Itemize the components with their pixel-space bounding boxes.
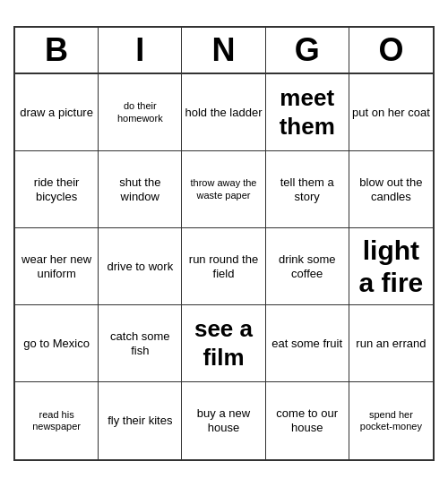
bingo-cell-13: drink some coffee — [266, 228, 349, 305]
bingo-cell-text-24: spend her pocket-money — [352, 409, 430, 432]
bingo-cell-24: spend her pocket-money — [349, 382, 433, 459]
bingo-cell-20: read his newspaper — [15, 382, 99, 459]
bingo-letter-n: N — [182, 28, 265, 73]
bingo-cell-text-19: run an errand — [356, 337, 426, 351]
bingo-cell-text-6: shut the window — [101, 175, 178, 203]
bingo-cell-23: come to our house — [266, 382, 349, 459]
bingo-letter-i: I — [99, 28, 182, 73]
bingo-cell-text-3: meet them — [269, 84, 346, 140]
bingo-cell-text-1: do their homework — [101, 100, 178, 124]
bingo-cell-text-2: hold the ladder — [185, 106, 262, 120]
bingo-letter-b: B — [15, 28, 99, 73]
bingo-cell-8: tell them a story — [266, 151, 349, 228]
bingo-cell-2: hold the ladder — [182, 74, 265, 151]
bingo-cell-text-21: fly their kites — [108, 414, 172, 428]
bingo-cell-5: ride their bicycles — [15, 151, 99, 228]
bingo-cell-0: draw a picture — [15, 74, 99, 151]
bingo-cell-text-7: throw away the waste paper — [185, 177, 262, 201]
bingo-cell-text-16: catch some fish — [101, 329, 178, 357]
bingo-cell-10: wear her new uniform — [15, 228, 99, 305]
bingo-cell-17: see a film — [182, 305, 265, 382]
bingo-letter-o: O — [349, 28, 433, 73]
bingo-cell-6: shut the window — [99, 151, 182, 228]
bingo-cell-text-23: come to our house — [269, 406, 346, 434]
bingo-cell-16: catch some fish — [99, 305, 182, 382]
bingo-cell-15: go to Mexico — [15, 305, 99, 382]
bingo-cell-18: eat some fruit — [266, 305, 349, 382]
bingo-cell-text-4: put on her coat — [352, 106, 430, 120]
bingo-cell-text-17: see a film — [185, 315, 262, 371]
bingo-cell-text-12: run round the field — [185, 252, 262, 280]
bingo-cell-21: fly their kites — [99, 382, 182, 459]
bingo-cell-text-20: read his newspaper — [18, 409, 95, 432]
bingo-cell-text-11: drive to work — [107, 260, 173, 274]
bingo-cell-text-8: tell them a story — [269, 175, 346, 203]
bingo-cell-text-18: eat some fruit — [271, 337, 342, 351]
bingo-cell-14: light a fire — [349, 228, 433, 305]
bingo-cell-text-13: drink some coffee — [269, 252, 346, 280]
bingo-cell-3: meet them — [266, 74, 349, 151]
bingo-cell-1: do their homework — [99, 74, 182, 151]
bingo-cell-text-9: blow out the candles — [352, 175, 430, 203]
bingo-cell-19: run an errand — [349, 305, 433, 382]
bingo-grid: draw a picturedo their homeworkhold the … — [15, 74, 433, 459]
bingo-board: BINGO draw a picturedo their homeworkhol… — [13, 26, 435, 461]
bingo-cell-text-15: go to Mexico — [23, 337, 90, 351]
bingo-cell-text-5: ride their bicycles — [18, 175, 95, 203]
bingo-cell-text-0: draw a picture — [20, 106, 93, 120]
bingo-cell-11: drive to work — [99, 228, 182, 305]
bingo-cell-22: buy a new house — [182, 382, 265, 459]
bingo-letter-g: G — [266, 28, 349, 73]
bingo-cell-text-10: wear her new uniform — [18, 252, 95, 280]
bingo-header: BINGO — [15, 28, 433, 74]
bingo-cell-4: put on her coat — [349, 74, 433, 151]
bingo-cell-9: blow out the candles — [349, 151, 433, 228]
bingo-cell-7: throw away the waste paper — [182, 151, 265, 228]
bingo-cell-12: run round the field — [182, 228, 265, 305]
bingo-cell-text-22: buy a new house — [185, 406, 262, 434]
bingo-cell-text-14: light a fire — [352, 235, 430, 299]
